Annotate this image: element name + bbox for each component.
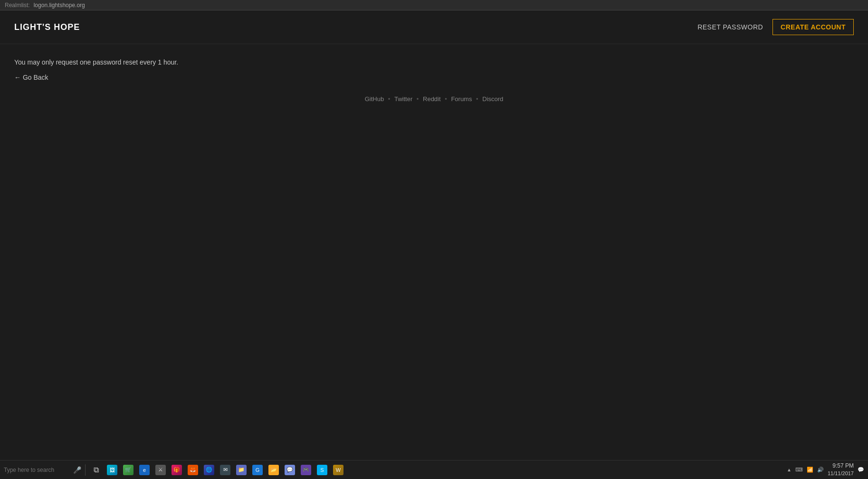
taskbar-icon-8[interactable]: ✉ bbox=[219, 463, 232, 477]
taskbar-icon-task-view[interactable]: ⧉ bbox=[89, 463, 103, 477]
microphone-icon: 🎤 bbox=[73, 466, 81, 474]
reset-password-link[interactable]: RESET PASSWORD bbox=[697, 23, 763, 31]
go-back-link[interactable]: ← Go Back bbox=[14, 74, 48, 81]
separator-2: • bbox=[417, 95, 420, 103]
realmlist-value: logon.lightshope.org bbox=[34, 2, 85, 9]
taskbar-clock: 9:57 PM 11/11/2017 bbox=[828, 462, 854, 477]
footer-link-reddit[interactable]: Reddit bbox=[423, 95, 441, 103]
taskbar-search[interactable]: 🎤 bbox=[4, 466, 81, 474]
taskbar-icon-skype[interactable]: S bbox=[315, 463, 329, 477]
main-content: You may only request one password reset … bbox=[0, 44, 868, 122]
header-nav: RESET PASSWORD CREATE ACCOUNT bbox=[697, 19, 854, 35]
taskbar-icon-4[interactable]: ⚔ bbox=[154, 463, 167, 477]
taskbar-icon-7[interactable]: 🌐 bbox=[202, 463, 216, 477]
footer-link-github[interactable]: GitHub bbox=[365, 95, 384, 103]
network-icon: 📶 bbox=[807, 467, 813, 473]
separator-1: • bbox=[388, 95, 392, 103]
site-wrapper: LIGHT'S HOPE RESET PASSWORD CREATE ACCOU… bbox=[0, 10, 868, 460]
browser-bar: Realmlist: logon.lightshope.org bbox=[0, 0, 868, 10]
taskbar-icon-3[interactable]: e bbox=[138, 463, 151, 477]
create-account-button[interactable]: CREATE ACCOUNT bbox=[773, 19, 854, 35]
taskbar-icon-9[interactable]: 📁 bbox=[235, 463, 248, 477]
site-logo[interactable]: LIGHT'S HOPE bbox=[14, 22, 80, 32]
taskbar-divider-1 bbox=[85, 464, 86, 476]
notice-message: You may only request one password reset … bbox=[14, 58, 854, 66]
notifications-icon[interactable]: 💬 bbox=[858, 467, 864, 473]
taskbar-date: 11/11/2017 bbox=[828, 470, 854, 477]
chevron-up-icon[interactable]: ▲ bbox=[787, 467, 792, 472]
taskbar-icon-5[interactable]: 🎁 bbox=[170, 463, 183, 477]
taskbar-icons: ⧉ 🖼 🛒 e ⚔ 🎁 🦊 🌐 ✉ bbox=[89, 463, 345, 477]
separator-4: • bbox=[476, 95, 480, 103]
footer-links: GitHub • Twitter • Reddit • Forums • Dis… bbox=[14, 91, 854, 107]
realmlist-label: Realmlist: bbox=[5, 2, 30, 9]
taskbar-icon-1[interactable]: 🖼 bbox=[105, 463, 119, 477]
taskbar-icon-10[interactable]: G bbox=[251, 463, 264, 477]
taskbar-icon-wow[interactable]: W bbox=[332, 463, 345, 477]
taskbar-time: 9:57 PM bbox=[828, 462, 854, 470]
taskbar-icon-discord[interactable]: 💬 bbox=[283, 463, 296, 477]
separator-3: • bbox=[445, 95, 448, 103]
taskbar-right: ▲ ⌨ 📶 🔊 9:57 PM 11/11/2017 💬 bbox=[787, 462, 864, 477]
taskbar: 🎤 ⧉ 🖼 🛒 e ⚔ 🎁 🦊 🌐 bbox=[0, 460, 868, 479]
footer-link-twitter[interactable]: Twitter bbox=[394, 95, 412, 103]
taskbar-search-input[interactable] bbox=[4, 467, 70, 473]
footer-link-discord[interactable]: Discord bbox=[482, 95, 503, 103]
volume-icon: 🔊 bbox=[817, 467, 824, 473]
site-header: LIGHT'S HOPE RESET PASSWORD CREATE ACCOU… bbox=[0, 10, 868, 44]
keyboard-icon: ⌨ bbox=[795, 467, 803, 473]
taskbar-left: 🎤 ⧉ 🖼 🛒 e ⚔ 🎁 🦊 🌐 bbox=[4, 463, 345, 477]
taskbar-icon-2[interactable]: 🛒 bbox=[122, 463, 135, 477]
taskbar-icon-twitch[interactable]: 🎮 bbox=[299, 463, 313, 477]
taskbar-icon-6[interactable]: 🦊 bbox=[186, 463, 200, 477]
taskbar-icon-11[interactable]: 📂 bbox=[267, 463, 280, 477]
footer-link-forums[interactable]: Forums bbox=[451, 95, 472, 103]
